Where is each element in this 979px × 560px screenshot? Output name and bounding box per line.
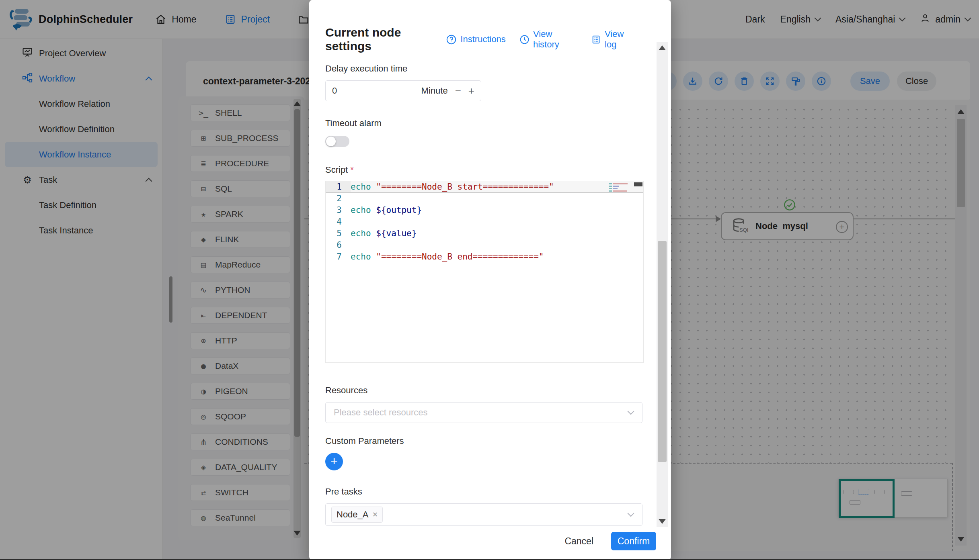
pre-tasks-label: Pre tasks bbox=[325, 486, 642, 497]
script-editor[interactable]: 1echo "========Node_B start=============… bbox=[325, 181, 644, 363]
pre-task-tag: Node_A × bbox=[331, 507, 383, 523]
modal-title: Current node settings bbox=[325, 26, 446, 53]
cancel-button[interactable]: Cancel bbox=[560, 533, 597, 550]
clock-icon bbox=[519, 34, 530, 45]
scroll-down-icon[interactable] bbox=[659, 519, 666, 524]
resources-placeholder: Please select resources bbox=[334, 407, 428, 418]
question-circle-icon bbox=[446, 34, 457, 45]
editor-minimap bbox=[609, 183, 632, 193]
scrollbar-thumb[interactable] bbox=[658, 241, 667, 462]
add-parameter-button[interactable]: + bbox=[325, 453, 343, 470]
modal-header: Current node settings Instructions View … bbox=[309, 0, 671, 53]
delay-input: Minute − + bbox=[325, 80, 481, 101]
plus-stepper[interactable]: + bbox=[468, 86, 474, 96]
remove-tag-icon[interactable]: × bbox=[373, 509, 378, 520]
page: DolphinScheduler Home bbox=[0, 0, 979, 560]
code-line[interactable]: 3echo ${output} bbox=[326, 204, 643, 216]
pre-tasks-select[interactable]: Node_A × bbox=[325, 503, 642, 526]
modal-body: Delay execution time Minute − + Timeout … bbox=[309, 63, 671, 526]
custom-parameters-label: Custom Parameters bbox=[325, 436, 642, 446]
resources-label: Resources bbox=[325, 385, 642, 396]
code-line[interactable]: 2 bbox=[326, 193, 643, 204]
toggle-knob bbox=[326, 137, 336, 146]
script-label: Script* bbox=[325, 165, 642, 175]
code-line[interactable]: 1echo "========Node_B start=============… bbox=[326, 181, 643, 193]
pre-task-tag-label: Node_A bbox=[337, 509, 369, 520]
required-asterisk: * bbox=[350, 165, 354, 175]
code-line[interactable]: 7echo "========Node_B end=============" bbox=[326, 251, 643, 263]
code-line[interactable]: 6 bbox=[326, 239, 643, 251]
code-line[interactable]: 4 bbox=[326, 216, 643, 228]
view-log-link[interactable]: View log bbox=[591, 29, 636, 50]
modal-scrollbar[interactable] bbox=[657, 42, 668, 527]
node-settings-modal: Current node settings Instructions View … bbox=[309, 0, 671, 560]
delay-value-input[interactable] bbox=[332, 86, 413, 96]
delay-label: Delay execution time bbox=[325, 63, 642, 74]
code-line[interactable]: 5echo ${value} bbox=[326, 228, 643, 239]
resources-select[interactable]: Please select resources bbox=[325, 402, 642, 423]
modal-header-links: Instructions View history View log bbox=[446, 29, 655, 50]
minus-stepper[interactable]: − bbox=[455, 86, 461, 96]
modal-footer: Cancel Confirm bbox=[560, 532, 656, 550]
script-code-lines: 1echo "========Node_B start=============… bbox=[326, 181, 643, 263]
confirm-button[interactable]: Confirm bbox=[611, 532, 656, 550]
chevron-down-icon bbox=[628, 408, 634, 415]
timeout-toggle[interactable] bbox=[325, 136, 349, 147]
scroll-up-icon[interactable] bbox=[659, 45, 666, 50]
delay-unit: Minute bbox=[421, 86, 448, 96]
log-document-icon bbox=[591, 34, 601, 45]
instructions-link[interactable]: Instructions bbox=[446, 34, 506, 45]
chevron-down-icon bbox=[628, 510, 634, 517]
editor-minimap-slider[interactable] bbox=[634, 182, 642, 186]
view-history-link[interactable]: View history bbox=[519, 29, 577, 50]
timeout-label: Timeout alarm bbox=[325, 118, 642, 129]
